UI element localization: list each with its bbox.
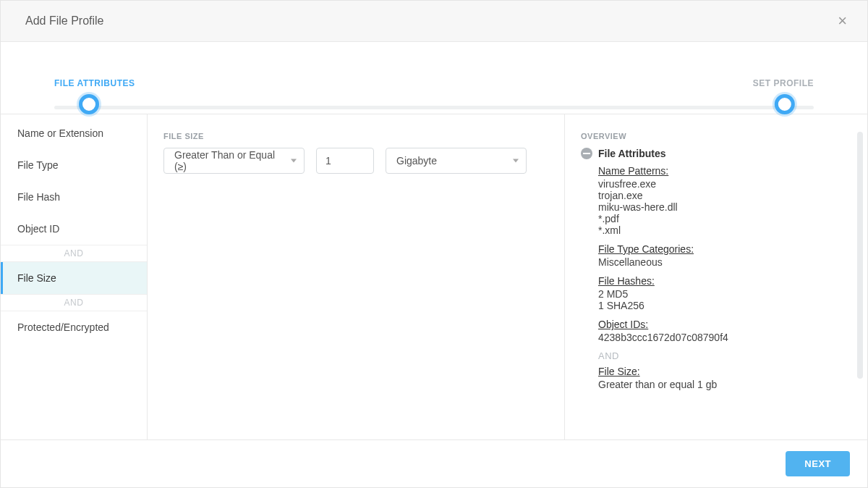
overview-and-separator: AND bbox=[598, 350, 851, 361]
overview-section-header: File Attributes bbox=[581, 148, 851, 159]
overview-group-file-size: File Size: Greater than or equal 1 gb bbox=[598, 366, 851, 390]
close-icon[interactable]: × bbox=[832, 9, 853, 33]
overview-group-file-type: File Type Categories: Miscellaneous bbox=[598, 243, 851, 268]
sidebar-item-file-size[interactable]: File Size bbox=[1, 262, 147, 294]
sidebar-separator: AND bbox=[1, 245, 147, 262]
file-size-panel: FILE SIZE Greater Than or Equal (≥) 1 Gi… bbox=[148, 114, 565, 439]
attribute-sidebar: Name or Extension File Type File Hash Ob… bbox=[1, 114, 148, 439]
stepper-line bbox=[54, 106, 814, 109]
overview-value: 4238b3ccc1672d07c08790f4 bbox=[598, 332, 851, 343]
comparator-select[interactable]: Greater Than or Equal (≥) bbox=[163, 148, 305, 174]
overview-value: *.xml bbox=[598, 224, 851, 236]
modal-header: Add File Profile × bbox=[1, 1, 867, 42]
step-dot-icon bbox=[79, 94, 99, 114]
unit-value: Gigabyte bbox=[396, 155, 437, 167]
overview-title: OVERVIEW bbox=[581, 132, 851, 140]
comparator-value: Greater Than or Equal (≥) bbox=[174, 149, 282, 172]
overview-scrollbar[interactable] bbox=[857, 132, 863, 422]
sidebar-item-object-id[interactable]: Object ID bbox=[1, 213, 147, 245]
overview-group-object-ids: Object IDs: 4238b3ccc1672d07c08790f4 bbox=[598, 319, 851, 343]
section-label: FILE SIZE bbox=[163, 132, 548, 140]
sidebar-item-file-type[interactable]: File Type bbox=[1, 149, 147, 181]
sidebar-item-file-hash[interactable]: File Hash bbox=[1, 181, 147, 213]
modal-footer: NEXT bbox=[1, 439, 867, 487]
overview-panel: OVERVIEW File Attributes Name Patterns: … bbox=[565, 114, 867, 439]
unit-select[interactable]: Gigabyte bbox=[386, 148, 527, 174]
step-dot-icon bbox=[775, 94, 795, 114]
overview-value: 1 SHA256 bbox=[598, 300, 851, 311]
sidebar-item-name-extension[interactable]: Name or Extension bbox=[1, 117, 147, 149]
step-label: SET PROFILE bbox=[753, 78, 814, 88]
step-set-profile[interactable]: SET PROFILE bbox=[753, 78, 814, 114]
overview-group-name-patterns: Name Patterns: virusfree.exe trojan.exe … bbox=[598, 165, 851, 236]
modal-title: Add File Profile bbox=[25, 14, 104, 28]
scrollbar-thumb[interactable] bbox=[857, 132, 863, 379]
chevron-down-icon bbox=[513, 159, 519, 163]
add-file-profile-modal: Add File Profile × FILE ATTRIBUTES SET P… bbox=[0, 0, 868, 488]
size-value: 1 bbox=[326, 155, 331, 167]
overview-group-title: Name Patterns: bbox=[598, 165, 851, 177]
next-button[interactable]: NEXT bbox=[786, 451, 850, 476]
sidebar-item-protected-encrypted[interactable]: Protected/Encrypted bbox=[1, 311, 147, 343]
sidebar-separator: AND bbox=[1, 294, 147, 311]
chevron-down-icon bbox=[291, 159, 297, 163]
step-file-attributes[interactable]: FILE ATTRIBUTES bbox=[54, 78, 135, 114]
modal-body: Name or Extension File Type File Hash Ob… bbox=[1, 114, 867, 439]
overview-value: Miscellaneous bbox=[598, 256, 851, 268]
step-label: FILE ATTRIBUTES bbox=[54, 78, 135, 88]
wizard-stepper: FILE ATTRIBUTES SET PROFILE bbox=[1, 42, 867, 114]
overview-value: *.pdf bbox=[598, 213, 851, 224]
collapse-icon[interactable] bbox=[581, 148, 592, 159]
overview-value: Greater than or equal 1 gb bbox=[598, 379, 851, 390]
overview-section-title: File Attributes bbox=[598, 148, 666, 159]
overview-group-title: File Type Categories: bbox=[598, 243, 851, 255]
overview-value: virusfree.exe bbox=[598, 178, 851, 190]
file-size-controls: Greater Than or Equal (≥) 1 Gigabyte bbox=[163, 148, 548, 174]
overview-group-file-hashes: File Hashes: 2 MD5 1 SHA256 bbox=[598, 275, 851, 311]
size-value-input[interactable]: 1 bbox=[316, 148, 374, 174]
overview-value: 2 MD5 bbox=[598, 288, 851, 300]
overview-value: trojan.exe bbox=[598, 190, 851, 201]
overview-body: Name Patterns: virusfree.exe trojan.exe … bbox=[581, 165, 851, 390]
overview-value: miku-was-here.dll bbox=[598, 201, 851, 213]
overview-group-title: Object IDs: bbox=[598, 319, 851, 330]
overview-group-title: File Size: bbox=[598, 366, 851, 377]
overview-group-title: File Hashes: bbox=[598, 275, 851, 287]
